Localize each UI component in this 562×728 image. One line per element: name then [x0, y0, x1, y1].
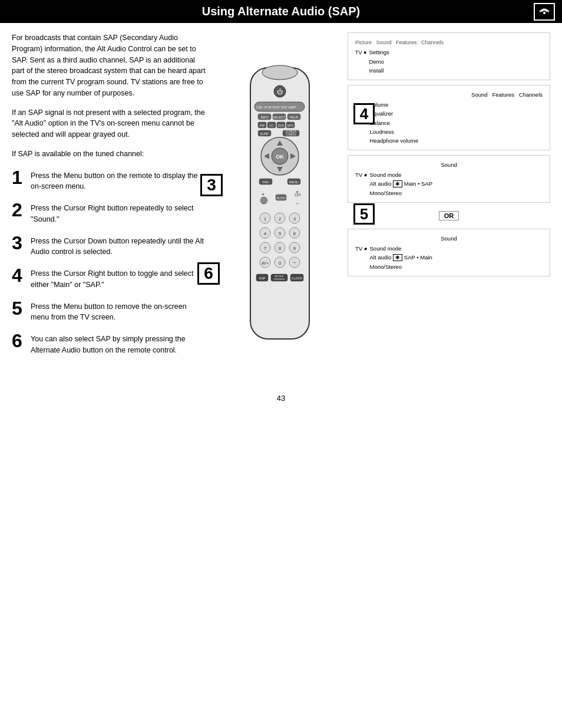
step-4: 4 Press the Cursor Right button to toggl… — [12, 266, 206, 291]
svg-text:DVD: DVD — [278, 124, 285, 127]
svg-text:−: − — [262, 200, 265, 206]
svg-text:SURF: SURF — [260, 132, 270, 136]
step-2: 2 Press the Cursor Right button repeated… — [12, 200, 206, 225]
svg-text:MENU: MENU — [289, 180, 299, 184]
badge-5: 5 — [353, 203, 375, 225]
or-divider: OR — [439, 211, 459, 220]
svg-text:INFO: INFO — [260, 116, 269, 119]
diagram-3: Sound TV ● Sound mode Alt audio ✱ Main •… — [348, 155, 550, 203]
intro-paragraph1: For broadcasts that contain SAP (Seconda… — [12, 32, 206, 99]
left-column: For broadcasts that contain SAP (Seconda… — [12, 32, 212, 376]
step-number-5: 5 — [12, 299, 25, 318]
diagram2-body: TV ● Volume Equalizer Balance Loudness H… — [355, 100, 543, 145]
step-1: 1 Press the Menu button on the remote to… — [12, 168, 206, 193]
diagram1-items: Settings Demo Install — [369, 48, 389, 75]
diagram4-tv: TV ● — [355, 244, 368, 253]
svg-text:2: 2 — [279, 216, 282, 222]
svg-text:+: + — [262, 192, 265, 197]
steps-container: 1 Press the Menu button on the remote to… — [12, 168, 206, 356]
badge-4-top: 4 — [353, 103, 375, 124]
sap-icon — [534, 3, 555, 21]
diagram1-body: TV ● Settings Demo Install — [355, 48, 543, 75]
remote-svg: ⏻ CBL VCR DVD SAT AMP INFO SELECT HELP P… — [218, 32, 336, 374]
page-title: Using Alternate Audio (SAP) — [202, 5, 361, 18]
svg-text:0: 0 — [279, 261, 282, 266]
step-5: 5 Press the Menu button to remove the on… — [12, 299, 206, 324]
or-divider-container: OR — [348, 210, 550, 222]
step-number-4: 4 — [12, 266, 25, 285]
svg-point-2 — [262, 65, 297, 80]
svg-text:7: 7 — [264, 246, 267, 251]
svg-point-0 — [543, 12, 546, 14]
svg-text:CC: CC — [269, 124, 274, 127]
svg-text:AV+: AV+ — [262, 261, 269, 265]
diagram-2: Sound Features Channels TV ● Volume Equa… — [348, 85, 550, 150]
badge-6: 6 — [197, 262, 220, 285]
center-column: ⏻ CBL VCR DVD SAT AMP INFO SELECT HELP P… — [212, 32, 342, 376]
svg-text:HELP: HELP — [290, 116, 299, 119]
svg-text:1: 1 — [264, 216, 267, 222]
diagram-4: Sound TV ● Sound mode Alt audio ✱ SAP • … — [348, 229, 550, 276]
svg-text:CONFIG: CONFIG — [286, 133, 296, 136]
step-text-5: Press the Menu button to remove the on-s… — [31, 299, 206, 324]
svg-text:FAV: FAV — [263, 180, 269, 184]
svg-text:MTS: MTS — [287, 124, 294, 127]
svg-text:CBL VCR DVD SAT AMP: CBL VCR DVD SAT AMP — [256, 106, 296, 109]
page-number: 43 — [0, 394, 562, 403]
diagram3-items: Sound mode Alt audio ✱ Main • SAP Mono/S… — [370, 170, 432, 197]
diagram4-body: TV ● Sound mode Alt audio ✱ SAP • Main M… — [355, 244, 543, 271]
diagram2-items: Volume Equalizer Balance Loudness Headph… — [370, 100, 418, 145]
diagram4-items: Sound mode Alt audio ✱ SAP • Main Mono/S… — [370, 244, 432, 271]
remote-wrapper: ⏻ CBL VCR DVD SAT AMP INFO SELECT HELP P… — [218, 32, 336, 376]
diagram2-header: Sound Features Channels — [355, 90, 543, 99]
svg-text:CONTROL: CONTROL — [273, 278, 285, 281]
diagram1-title: Picture Sound Features Channels — [355, 38, 543, 47]
svg-text:4: 4 — [264, 231, 267, 236]
step-text-1: Press the Menu button on the remote to d… — [31, 168, 206, 193]
svg-text:5: 5 — [279, 231, 282, 236]
diagram3-tv: TV ● — [355, 170, 368, 179]
intro-paragraph3: If SAP is available on the tuned channel… — [12, 149, 206, 160]
svg-text:CLOCK: CLOCK — [292, 276, 303, 280]
svg-text:+: + — [296, 189, 299, 195]
svg-text:3: 3 — [293, 216, 296, 222]
svg-text:OK: OK — [276, 154, 284, 160]
svg-text:SELECT: SELECT — [273, 116, 286, 119]
step-3: 3 Press the Cursor Down button repeatedl… — [12, 233, 206, 258]
svg-text:6: 6 — [293, 231, 296, 236]
diagram4-title: Sound — [355, 234, 543, 243]
badge-3: 3 — [200, 174, 223, 196]
step-text-4: Press the Cursor Right button to toggle … — [31, 266, 206, 291]
svg-text:−: − — [293, 259, 296, 266]
svg-text:−: − — [296, 200, 299, 206]
step-number-6: 6 — [12, 331, 25, 350]
diagram1-tv: TV ● — [355, 48, 366, 57]
svg-text:8: 8 — [279, 246, 282, 251]
step-text-3: Press the Cursor Down button repeatedly … — [31, 233, 206, 258]
page-header: Using Alternate Audio (SAP) — [0, 0, 562, 23]
svg-text:9: 9 — [293, 246, 296, 251]
diagram-1: Picture Sound Features Channels TV ● Set… — [348, 32, 550, 80]
diagram3-title: Sound — [355, 160, 543, 169]
step-number-1: 1 — [12, 168, 25, 187]
intro-paragraph2: If an SAP signal is not present with a s… — [12, 107, 206, 140]
step-6: 6 You can also select SAP by simply pres… — [12, 331, 206, 356]
svg-text:SAP: SAP — [259, 276, 265, 280]
step-text-2: Press the Cursor Right button repeatedly… — [31, 200, 206, 225]
svg-text:PIP: PIP — [260, 124, 265, 127]
svg-text:AUTO: AUTO — [276, 196, 286, 200]
step-number-3: 3 — [12, 233, 25, 252]
main-content: For broadcasts that contain SAP (Seconda… — [0, 32, 562, 376]
svg-text:⏻: ⏻ — [277, 88, 283, 95]
step-number-2: 2 — [12, 200, 25, 219]
step-text-6: You can also select SAP by simply pressi… — [31, 331, 206, 356]
diagram3-body: TV ● Sound mode Alt audio ✱ Main • SAP M… — [355, 170, 543, 197]
